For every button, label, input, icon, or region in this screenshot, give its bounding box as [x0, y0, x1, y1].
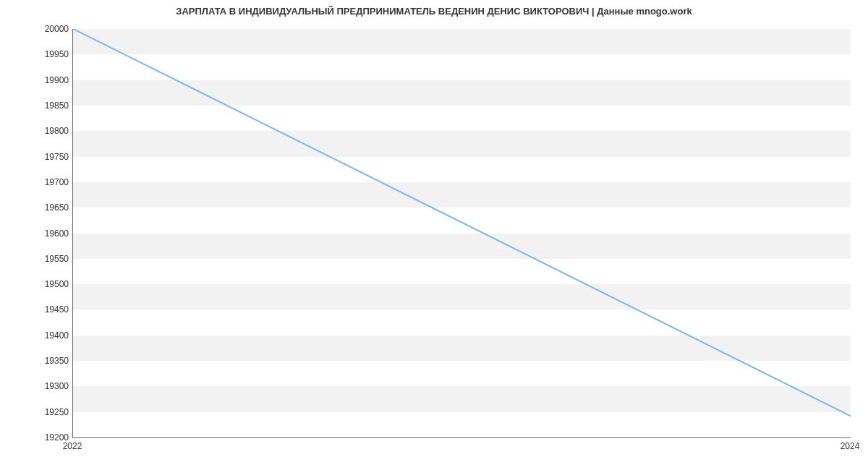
chart-title: ЗАРПЛАТА В ИНДИВИДУАЛЬНЫЙ ПРЕДПРИНИМАТЕЛ…: [0, 6, 868, 17]
y-tick: [72, 182, 73, 183]
y-tick-label: 20000: [4, 24, 69, 34]
y-tick: [72, 80, 73, 81]
y-tick: [72, 361, 73, 362]
y-tick-label: 19550: [4, 254, 69, 264]
line-svg: [73, 29, 851, 437]
x-tick: [73, 437, 74, 438]
y-tick-label: 19400: [4, 330, 69, 341]
y-tick: [72, 336, 73, 336]
x-tick-label: 2022: [63, 441, 82, 451]
y-tick: [72, 234, 73, 234]
y-tick-label: 19500: [4, 279, 69, 289]
y-tick: [72, 259, 73, 260]
y-tick-label: 19950: [4, 49, 69, 59]
y-tick-label: 19750: [4, 152, 69, 162]
y-tick-label: 19600: [4, 228, 69, 239]
y-tick: [72, 309, 73, 310]
data-line: [73, 29, 851, 416]
y-tick: [72, 131, 73, 132]
y-tick: [72, 29, 73, 30]
y-tick: [72, 157, 73, 158]
y-tick-label: 19700: [4, 177, 69, 187]
chart-container: ЗАРПЛАТА В ИНДИВИДУАЛЬНЫЙ ПРЕДПРИНИМАТЕЛ…: [0, 0, 868, 470]
y-tick-label: 19800: [4, 126, 69, 136]
y-tick-label: 19650: [4, 202, 69, 213]
y-tick: [72, 284, 73, 285]
y-tick-label: 19450: [4, 304, 69, 315]
x-tick-label: 2024: [841, 441, 860, 451]
y-tick-label: 19900: [4, 75, 69, 85]
y-tick: [72, 437, 73, 438]
plot-area: [72, 29, 851, 438]
y-tick: [72, 106, 73, 106]
y-tick-label: 19300: [4, 381, 69, 391]
y-tick: [72, 412, 73, 413]
y-tick: [72, 386, 73, 387]
y-tick-label: 19200: [4, 432, 69, 443]
y-tick-label: 19850: [4, 101, 69, 111]
y-tick-label: 19350: [4, 356, 69, 366]
y-tick: [72, 54, 73, 55]
y-tick-label: 19250: [4, 407, 69, 417]
y-tick: [72, 208, 73, 208]
